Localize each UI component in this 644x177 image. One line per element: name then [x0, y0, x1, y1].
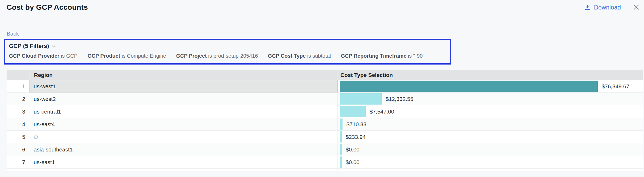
chevron-down-icon: [51, 44, 56, 49]
page-title: Cost by GCP Accounts: [7, 3, 88, 12]
table-row: 5 ∅ $233.94: [7, 131, 643, 143]
close-button[interactable]: [632, 4, 640, 11]
filter-summary-label: GCP (5 Filters): [9, 43, 49, 50]
table-body: 1 us-west1 $76,349.67 2 us-west2 $12,332…: [7, 80, 643, 169]
region-cell[interactable]: ∅: [29, 131, 338, 143]
close-icon: [632, 4, 640, 11]
cost-cell[interactable]: $233.94: [338, 131, 643, 143]
filter-item: GCP Cloud Provider is GCP: [9, 53, 78, 59]
region-cell[interactable]: us-west1: [29, 80, 338, 92]
filter-item: GCP Reporting Timeframe is "-90": [341, 53, 425, 59]
table-row: 7 us-east1 $0.00: [7, 156, 643, 169]
table-row: 6 asia-southeast1 $0.00: [7, 143, 643, 156]
cost-bar: [340, 106, 366, 117]
filter-condition: is GCP: [61, 53, 77, 59]
cost-bar: [340, 119, 343, 130]
cost-bar: [340, 81, 598, 92]
cost-cell[interactable]: $7,547.00: [338, 105, 643, 118]
filter-condition: is subtotal: [307, 53, 331, 59]
cost-table: Region Cost Type Selection 1 us-west1 $7…: [7, 70, 643, 171]
region-column-header[interactable]: Region: [29, 70, 338, 80]
table-row: 1 us-west1 $76,349.67: [7, 80, 643, 93]
cost-cell[interactable]: $710.33: [338, 118, 643, 130]
row-number: 3: [7, 105, 29, 118]
filter-item: GCP Project is prod-setup-205416: [176, 53, 258, 59]
top-right-controls: Download: [584, 4, 640, 11]
table-header: Region Cost Type Selection: [7, 70, 643, 80]
cost-value: $0.00: [346, 146, 360, 153]
region-cell[interactable]: asia-southeast1: [29, 143, 338, 156]
region-cell[interactable]: us-central1: [29, 105, 338, 118]
filter-summary-toggle[interactable]: GCP (5 Filters): [9, 43, 450, 50]
region-cell[interactable]: us-west2: [29, 93, 338, 105]
filter-label: GCP Project: [176, 53, 207, 59]
filter-condition: is prod-setup-205416: [208, 53, 258, 59]
cost-column-header[interactable]: Cost Type Selection: [338, 70, 643, 80]
download-icon: [584, 4, 591, 11]
cost-cell[interactable]: $12,332.55: [338, 93, 643, 105]
cost-value: $233.94: [346, 134, 366, 140]
table-row: 2 us-west2 $12,332.55: [7, 93, 643, 105]
cost-value: $710.33: [346, 121, 366, 127]
cost-cell[interactable]: $0.00: [338, 143, 643, 156]
filter-item: GCP Cost Type is subtotal: [268, 53, 331, 59]
cost-value: $7,547.00: [370, 109, 394, 115]
cost-cell[interactable]: $76,349.67: [338, 80, 643, 92]
cost-bar: [340, 93, 382, 105]
filter-list: GCP Cloud Provider is GCP GCP Product is…: [9, 53, 450, 59]
filter-label: GCP Cost Type: [268, 53, 306, 59]
region-cell[interactable]: us-east4: [29, 118, 338, 130]
row-number: 5: [7, 131, 29, 143]
filter-label: GCP Reporting Timeframe: [341, 53, 406, 59]
row-number: 1: [7, 80, 29, 92]
table-row: 4 us-east4 $710.33: [7, 118, 643, 131]
back-link[interactable]: Back: [7, 31, 19, 37]
filter-label: GCP Product: [88, 53, 120, 59]
filter-condition: is "-90": [408, 53, 425, 59]
cost-bar: [340, 156, 342, 168]
cost-value: $12,332.55: [386, 96, 413, 102]
filter-item: GCP Product is Compute Engine: [88, 53, 166, 59]
download-button[interactable]: Download: [584, 4, 621, 11]
region-cell[interactable]: us-east1: [29, 156, 338, 168]
row-number: 4: [7, 118, 29, 130]
download-label: Download: [594, 4, 621, 11]
table-filler-row: [7, 169, 643, 171]
filter-label: GCP Cloud Provider: [9, 53, 59, 59]
filter-condition: is Compute Engine: [122, 53, 166, 59]
row-number: 7: [7, 156, 29, 168]
cost-bar: [340, 131, 342, 142]
cost-value: $76,349.67: [602, 83, 629, 90]
filter-panel: GCP (5 Filters) GCP Cloud Provider is GC…: [4, 39, 451, 65]
table-row: 3 us-central1 $7,547.00: [7, 105, 643, 118]
cost-value: $0.00: [346, 159, 360, 165]
cost-bar: [340, 144, 342, 155]
row-number: 6: [7, 143, 29, 156]
cost-cell[interactable]: $0.00: [338, 156, 643, 168]
row-number: 2: [7, 93, 29, 105]
